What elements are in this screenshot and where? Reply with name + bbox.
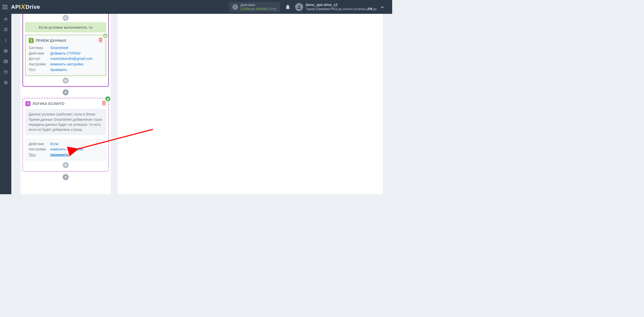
row-label: Тест (29, 152, 50, 158)
row-label: Доступ (29, 56, 50, 62)
add-step-button[interactable] (63, 15, 69, 21)
row-label: Тест (29, 67, 50, 73)
row-label: Настройки (29, 147, 50, 152)
menu-toggle[interactable] (0, 0, 10, 14)
step-title: ПРИЕМ ДАННЫХ (36, 38, 66, 43)
add-step-button[interactable] (63, 162, 69, 168)
top-header: APIXDrive i Действия: 22'059 из 100'000 … (0, 0, 392, 14)
sidebar (0, 14, 11, 194)
add-block-button[interactable] (63, 174, 69, 180)
sidebar-connections[interactable] (0, 24, 11, 35)
info-icon: i (232, 4, 238, 10)
status-ok-icon (102, 33, 108, 38)
sidebar-billing[interactable] (0, 35, 11, 46)
data-receive-block: 1 ПРИЕМ ДАННЫХ СистемаSmartsheet Действи… (25, 35, 106, 76)
action-link[interactable]: Если (50, 141, 58, 147)
row-label: Действие (29, 141, 50, 147)
test-link[interactable]: проверить (50, 67, 67, 73)
chevron-down-icon (379, 6, 386, 8)
step-title: ЛОГИКА ЕСЛИ/ТО (32, 102, 64, 106)
actions-value: 22'059 из 100'000 (22%) (240, 7, 276, 11)
delete-button[interactable] (99, 38, 103, 43)
sidebar-home[interactable] (0, 14, 11, 24)
user-menu[interactable]: demo_apix-drive_s3 Тариф |Премиум PRO| д… (293, 3, 392, 11)
sidebar-video[interactable] (0, 56, 11, 67)
actions-label: Действия: (240, 3, 276, 7)
sidebar-account[interactable] (0, 67, 11, 77)
action-link[interactable]: Добавить СТРОКУ (50, 51, 81, 56)
step-number: 1 (29, 38, 34, 43)
content-panel (117, 14, 383, 194)
logo[interactable]: APIXDrive (11, 3, 40, 11)
settings-link[interactable]: изменить настройки (50, 147, 83, 152)
actions-counter[interactable]: i Действия: 22'059 из 100'000 (22%) (229, 2, 280, 12)
add-block-button[interactable] (63, 89, 69, 95)
user-name: demo_apix-drive_s3 (306, 3, 377, 7)
user-tariff: Тариф |Премиум PRO| до оплаты осталось 2… (306, 7, 377, 11)
logic-settings: ДействиеЕсли Настройкиизменить настройки… (25, 139, 106, 161)
logic-description: Данное условие сработает, если в блоке П… (25, 109, 106, 135)
settings-link[interactable]: изменить настройки (50, 62, 83, 67)
notifications-button[interactable] (283, 5, 293, 10)
status-ok-icon (105, 96, 111, 102)
condition-block: Если условие выполняется, то 1 ПРИЕМ ДАН… (22, 14, 109, 87)
access-link[interactable]: maverickandrii@gmail.com (50, 56, 93, 62)
sidebar-help[interactable] (0, 77, 11, 88)
avatar-icon (295, 3, 303, 11)
logic-block: 4 ЛОГИКА ЕСЛИ/ТО Данное условие сработае… (22, 98, 109, 171)
sidebar-briefcase[interactable] (0, 46, 11, 56)
row-label: Система (29, 45, 50, 51)
step-number: 4 (25, 101, 30, 106)
flow-panel: Если условие выполняется, то 1 ПРИЕМ ДАН… (20, 14, 111, 194)
test-link[interactable]: проверить (50, 152, 69, 158)
add-step-button[interactable] (63, 77, 69, 84)
row-label: Действие (29, 51, 50, 56)
row-label: Настройки (29, 62, 50, 67)
delete-button[interactable] (102, 101, 106, 106)
condition-banner: Если условие выполняется, то (25, 22, 106, 32)
system-link[interactable]: Smartsheet (50, 45, 68, 51)
